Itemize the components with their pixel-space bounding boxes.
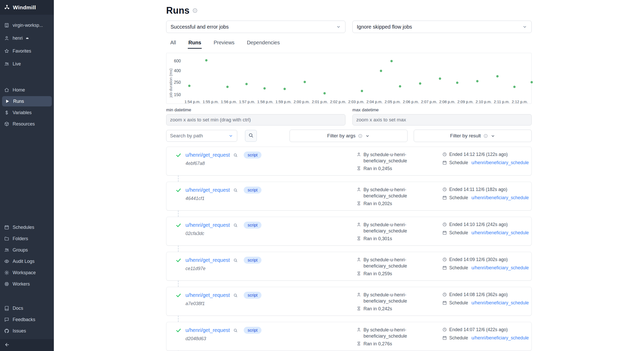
schedule-link[interactable]: u/henri/beneficiary_schedule xyxy=(471,335,529,341)
tab-all[interactable]: All xyxy=(170,39,176,49)
schedule-label: Schedule xyxy=(449,160,468,166)
chart-point xyxy=(245,83,248,85)
page-title: Runs xyxy=(166,5,190,16)
chart-point xyxy=(513,86,516,88)
sidebar-item-home[interactable]: Home xyxy=(0,84,54,96)
crown-icon xyxy=(26,36,29,40)
sidebar-admin-group: Schedules Folders Groups Audit Logs Work… xyxy=(0,222,54,290)
run-path-link[interactable]: u/henri/get_request xyxy=(185,222,230,228)
chart-point xyxy=(380,70,382,72)
inspect-search-icon[interactable] xyxy=(233,328,238,333)
run-card[interactable]: u/henri/get_request script d2048d63 By s… xyxy=(166,322,532,351)
chart-point xyxy=(361,90,363,92)
max-datetime-input[interactable] xyxy=(352,114,532,126)
filter-by-args-button[interactable]: Filter by args xyxy=(290,130,408,142)
run-triggered-by: By schedule-u-henri-beneficiary_schedule xyxy=(363,292,416,304)
main-area: Runs Successful and error jobs Ignore sk… xyxy=(54,0,644,351)
run-card[interactable]: u/henri/get_request script ce11d97e By s… xyxy=(166,252,532,281)
run-path-link[interactable]: u/henri/get_request xyxy=(185,257,230,263)
run-path-link[interactable]: u/henri/get_request xyxy=(185,327,230,333)
inspect-search-icon[interactable] xyxy=(233,188,238,193)
run-connector xyxy=(178,176,179,182)
sidebar-item-resources[interactable]: Resources xyxy=(0,118,54,130)
run-card[interactable]: u/henri/get_request script 02cfa3dc By s… xyxy=(166,217,532,246)
user-icon xyxy=(4,36,9,41)
success-check-icon xyxy=(176,257,181,277)
sidebar-item-docs[interactable]: Docs xyxy=(0,303,54,314)
x-tick-label: 1:58 p.m. xyxy=(257,99,274,104)
tab-runs[interactable]: Runs xyxy=(188,39,202,49)
flow-jobs-value: Ignore skipped flow jobs xyxy=(357,24,412,30)
sidebar-item-feedbacks[interactable]: Feedbacks xyxy=(0,314,54,325)
inspect-search-icon[interactable] xyxy=(233,223,238,228)
tab-dependencies[interactable]: Dependencies xyxy=(246,39,280,49)
inspect-search-icon[interactable] xyxy=(233,293,238,298)
sidebar-item-variables[interactable]: Variables xyxy=(0,107,54,118)
inspect-search-icon[interactable] xyxy=(233,153,238,157)
chevron-down-icon xyxy=(336,24,341,29)
x-tick-label: 1:57 p.m. xyxy=(239,99,255,104)
filter-by-result-button[interactable]: Filter by result xyxy=(414,130,532,142)
schedule-link[interactable]: u/henri/beneficiary_schedule xyxy=(471,160,529,166)
sidebar-item-virgin-worksp[interactable]: virgin-worksp... xyxy=(0,19,54,32)
sidebar-item-schedules[interactable]: Schedules xyxy=(0,222,54,233)
run-ended-time: Ended 14:11 12/6 (182s ago) xyxy=(449,187,507,193)
live-icon xyxy=(4,61,9,66)
sidebar-item-henri[interactable]: henri xyxy=(0,32,54,45)
hourglass-icon xyxy=(357,271,361,277)
flow-jobs-select[interactable]: Ignore skipped flow jobs xyxy=(352,21,532,33)
schedule-link[interactable]: u/henri/beneficiary_schedule xyxy=(471,195,529,201)
hourglass-icon xyxy=(357,341,361,347)
schedule-link[interactable]: u/henri/beneficiary_schedule xyxy=(471,230,529,236)
sidebar-item-favorites[interactable]: Favorites xyxy=(0,45,54,57)
x-tick-label: 2:07 p.m. xyxy=(421,99,437,104)
sidebar-nav-group: Home Runs Variables Resources xyxy=(0,84,54,130)
sidebar-item-runs[interactable]: Runs xyxy=(2,96,52,106)
duration-chart[interactable]: job duration (ms) 600400250150 1:54 p.m.… xyxy=(166,53,532,104)
sidebar-item-live[interactable]: Live xyxy=(0,57,54,70)
run-duration: Ran in 0,259s xyxy=(363,271,392,277)
calendar-icon xyxy=(442,336,447,340)
x-tick-label: 2:02 p.m. xyxy=(330,99,346,104)
chart-plot[interactable] xyxy=(184,59,528,97)
x-tick-label: 2:05 p.m. xyxy=(385,99,401,104)
run-card[interactable]: u/henri/get_request script 46441cf1 By s… xyxy=(166,182,532,211)
search-by-path-select[interactable]: Search by path xyxy=(166,130,237,142)
sidebar-item-audit-logs[interactable]: Audit Logs xyxy=(0,256,54,267)
inspect-search-icon[interactable] xyxy=(233,258,238,263)
tab-previews[interactable]: Previews xyxy=(213,39,235,49)
sidebar-item-workspace[interactable]: Workspace xyxy=(0,267,54,278)
sidebar-collapse-button[interactable] xyxy=(0,339,54,351)
run-path-link[interactable]: u/henri/get_request xyxy=(185,152,230,158)
success-check-icon xyxy=(176,152,181,172)
schedule-link[interactable]: u/henri/beneficiary_schedule xyxy=(471,265,529,271)
windmill-logo-icon xyxy=(4,4,10,11)
chart-point xyxy=(226,86,228,88)
chart-point xyxy=(205,59,208,61)
run-duration: Ran in 0,202s xyxy=(363,200,392,207)
min-datetime-input[interactable] xyxy=(166,114,345,126)
run-id: d2048d63 xyxy=(185,336,261,341)
run-duration: Ran in 0,242s xyxy=(363,306,392,312)
search-button[interactable] xyxy=(245,130,257,142)
run-triggered-by: By schedule-u-henri-beneficiary_schedule xyxy=(363,152,416,164)
eye-icon xyxy=(4,259,9,264)
folder-icon xyxy=(4,236,9,241)
run-path-link[interactable]: u/henri/get_request xyxy=(185,292,230,298)
run-card[interactable]: u/henri/get_request script 4ebf67a8 By s… xyxy=(166,147,532,176)
run-card[interactable]: u/henri/get_request script a7e038f1 By s… xyxy=(166,287,532,316)
sidebar-item-folders[interactable]: Folders xyxy=(0,233,54,244)
run-connector xyxy=(178,211,179,217)
run-duration: Ran in 0,245s xyxy=(363,165,392,172)
schedule-link[interactable]: u/henri/beneficiary_schedule xyxy=(471,300,529,306)
sidebar-item-workers[interactable]: Workers xyxy=(0,278,54,290)
job-kind-badge: script xyxy=(244,152,261,158)
run-path-link[interactable]: u/henri/get_request xyxy=(185,187,230,193)
chart-point xyxy=(303,81,306,83)
sidebar-meta-group: Docs Feedbacks Issues xyxy=(0,303,54,337)
sidebar-item-issues[interactable]: Issues xyxy=(0,325,54,337)
job-status-select[interactable]: Successful and error jobs xyxy=(166,21,345,33)
sidebar-item-groups[interactable]: Groups xyxy=(0,244,54,256)
groups-icon xyxy=(4,247,9,253)
app-logo[interactable]: Windmill xyxy=(0,0,54,15)
